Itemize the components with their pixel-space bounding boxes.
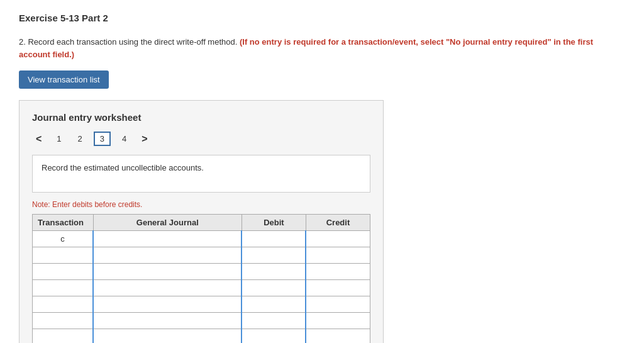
general-journal-cell-1[interactable]: [93, 231, 242, 247]
table-row: [33, 296, 370, 313]
col-header-general-journal: General Journal: [93, 215, 242, 231]
credit-input-7[interactable]: [306, 329, 370, 343]
transaction-cell-1: c: [33, 231, 94, 247]
credit-cell-6[interactable]: [306, 313, 370, 329]
description-box: Record the estimated uncollectible accou…: [32, 155, 370, 193]
general-journal-input-6[interactable]: [94, 313, 241, 329]
debit-cell-2[interactable]: [242, 247, 306, 264]
general-journal-cell-7[interactable]: [93, 329, 242, 344]
debit-cell-5[interactable]: [242, 296, 306, 313]
transaction-cell-4: [33, 280, 94, 296]
debit-input-5[interactable]: [242, 296, 305, 312]
debit-input-3[interactable]: [242, 264, 305, 279]
credit-input-4[interactable]: [306, 280, 370, 296]
credit-cell-5[interactable]: [306, 296, 370, 313]
credit-input-2[interactable]: [306, 247, 370, 263]
debit-cell-1[interactable]: [242, 231, 306, 247]
journal-table: Transaction General Journal Debit Credit…: [32, 214, 370, 343]
credit-cell-2[interactable]: [306, 247, 370, 264]
table-row: [33, 264, 370, 280]
nav-prev-button[interactable]: <: [32, 132, 45, 146]
nav-tab-1[interactable]: 1: [52, 133, 66, 145]
credit-input-3[interactable]: [306, 264, 370, 279]
transaction-cell-3: [33, 264, 94, 280]
debit-cell-6[interactable]: [242, 313, 306, 329]
nav-tab-3[interactable]: 3: [94, 132, 111, 146]
transaction-cell-2: [33, 247, 94, 264]
general-journal-input-4[interactable]: [94, 280, 241, 296]
table-row: [33, 247, 370, 264]
general-journal-cell-3[interactable]: [93, 264, 242, 280]
instruction-prefix: 2. Record each transaction using the dir…: [19, 37, 237, 47]
credit-cell-1[interactable]: [306, 231, 370, 247]
nav-row: < 1 2 3 4 >: [32, 132, 370, 146]
general-journal-input-1[interactable]: [94, 231, 241, 247]
credit-cell-7[interactable]: [306, 329, 370, 344]
worksheet-title: Journal entry worksheet: [32, 112, 370, 123]
general-journal-input-2[interactable]: [94, 247, 241, 263]
transaction-cell-7: [33, 329, 94, 344]
general-journal-input-3[interactable]: [94, 264, 241, 279]
general-journal-cell-5[interactable]: [93, 296, 242, 313]
table-row: [33, 313, 370, 329]
debit-cell-4[interactable]: [242, 280, 306, 296]
instruction-text: 2. Record each transaction using the dir…: [19, 36, 625, 60]
view-transaction-list-button[interactable]: View transaction list: [19, 70, 109, 89]
table-row: c: [33, 231, 370, 247]
debit-cell-7[interactable]: [242, 329, 306, 344]
debit-input-7[interactable]: [242, 329, 305, 343]
nav-tab-4[interactable]: 4: [117, 133, 131, 145]
nav-next-button[interactable]: >: [138, 132, 151, 146]
transaction-cell-6: [33, 313, 94, 329]
credit-input-6[interactable]: [306, 313, 370, 329]
debit-input-4[interactable]: [242, 280, 305, 296]
credit-input-5[interactable]: [306, 296, 370, 312]
debit-input-2[interactable]: [242, 247, 305, 263]
credit-input-1[interactable]: [306, 231, 370, 247]
worksheet-container: Journal entry worksheet < 1 2 3 4 > Reco…: [19, 100, 384, 343]
debit-input-6[interactable]: [242, 313, 305, 329]
credit-cell-3[interactable]: [306, 264, 370, 280]
table-row: [33, 329, 370, 344]
general-journal-cell-6[interactable]: [93, 313, 242, 329]
exercise-title: Exercise 5-13 Part 2: [19, 13, 625, 23]
general-journal-cell-2[interactable]: [93, 247, 242, 264]
col-header-transaction: Transaction: [33, 215, 94, 231]
transaction-cell-5: [33, 296, 94, 313]
note-text: Note: Enter debits before credits.: [32, 200, 370, 209]
credit-cell-4[interactable]: [306, 280, 370, 296]
general-journal-input-5[interactable]: [94, 296, 241, 312]
col-header-credit: Credit: [306, 215, 370, 231]
debit-cell-3[interactable]: [242, 264, 306, 280]
table-row: [33, 280, 370, 296]
nav-tab-2[interactable]: 2: [73, 133, 87, 145]
general-journal-input-7[interactable]: [94, 329, 241, 343]
general-journal-cell-4[interactable]: [93, 280, 242, 296]
debit-input-1[interactable]: [242, 231, 305, 247]
col-header-debit: Debit: [242, 215, 306, 231]
